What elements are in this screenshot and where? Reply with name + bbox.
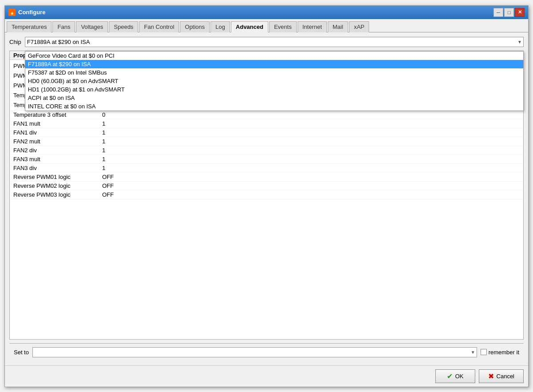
prop-value-reverse-pwm02: OFF: [99, 182, 117, 190]
prop-value-temp3-offset: 0: [99, 111, 109, 119]
dropdown-item-f75387[interactable]: F75387 at $2D on Intel SMBus: [25, 68, 523, 77]
dropdown-item-f71889a[interactable]: F71889A at $290 on ISA: [25, 60, 523, 68]
button-bar: ✔ OK ✖ Cancel: [5, 365, 528, 387]
window-title: Configure: [18, 9, 45, 16]
chip-row: Chip F71889A at $290 on ISA ▼ GeForce Vi…: [9, 37, 524, 47]
cancel-label: Cancel: [497, 373, 514, 380]
ok-button[interactable]: ✔ OK: [435, 369, 475, 383]
tab-fans[interactable]: Fans: [52, 21, 75, 32]
prop-value-reverse-pwm03: OFF: [99, 190, 117, 199]
prop-name-fan1-div: FAN1 div: [10, 128, 99, 137]
title-bar-left: 🔥 Configure: [8, 9, 45, 16]
chip-select-wrapper: F71889A at $290 on ISA ▼ GeForce Video C…: [25, 37, 524, 47]
tab-xap[interactable]: xAP: [349, 21, 370, 32]
ok-label: OK: [455, 373, 464, 380]
chip-label: Chip: [9, 39, 21, 45]
set-to-wrapper: ▼: [32, 347, 477, 357]
list-item[interactable]: FAN2 div 1: [10, 146, 523, 155]
tab-mail[interactable]: Mail: [328, 21, 348, 32]
prop-name-fan3-mult: FAN3 mult: [10, 155, 99, 163]
app-icon: 🔥: [8, 9, 16, 16]
set-to-input[interactable]: [32, 347, 477, 357]
prop-value-fan2-mult: 1: [99, 137, 109, 146]
tab-temperatures[interactable]: Temperatures: [7, 21, 52, 32]
prop-name-reverse-pwm01: Reverse PWM01 logic: [10, 173, 99, 181]
set-to-bar: Set to ▼ remember it: [9, 343, 524, 361]
chip-dropdown[interactable]: GeForce Video Card at $0 on PCI F71889A …: [25, 51, 524, 111]
prop-value-fan1-mult: 1: [99, 119, 109, 128]
remember-checkbox[interactable]: [481, 349, 487, 355]
tab-events[interactable]: Events: [269, 21, 297, 32]
chip-select[interactable]: F71889A at $290 on ISA: [25, 37, 524, 47]
tab-speeds[interactable]: Speeds: [109, 21, 138, 32]
prop-value-fan3-mult: 1: [99, 155, 109, 163]
list-item[interactable]: FAN3 div 1: [10, 164, 523, 173]
minimize-button[interactable]: ─: [493, 8, 503, 17]
list-item[interactable]: FAN1 mult 1: [10, 119, 523, 128]
prop-name-temp3-offset: Temperature 3 offset: [10, 111, 99, 119]
list-item[interactable]: FAN1 div 1: [10, 128, 523, 137]
cancel-icon: ✖: [488, 372, 494, 380]
prop-name-reverse-pwm02: Reverse PWM02 logic: [10, 182, 99, 190]
list-item[interactable]: FAN2 mult 1: [10, 137, 523, 146]
prop-name-fan2-div: FAN2 div: [10, 146, 99, 154]
dropdown-item-acpi[interactable]: ACPI at $0 on ISA: [25, 94, 523, 102]
list-item[interactable]: Temperature 3 offset 0: [10, 111, 523, 119]
tabs-bar: Temperatures Fans Voltages Speeds Fan Co…: [5, 19, 528, 32]
dropdown-item-hd1[interactable]: HD1 (1000.2GB) at $1 on AdvSMART: [25, 85, 523, 94]
cancel-button[interactable]: ✖ Cancel: [479, 369, 524, 383]
close-button[interactable]: ✕: [515, 8, 525, 17]
prop-value-reverse-pwm01: OFF: [99, 173, 117, 181]
ok-icon: ✔: [447, 372, 453, 380]
prop-name-fan1-mult: FAN1 mult: [10, 119, 99, 128]
maximize-button[interactable]: □: [504, 8, 514, 17]
remember-label: remember it: [489, 349, 519, 356]
list-item[interactable]: Reverse PWM03 logic OFF: [10, 190, 523, 199]
tab-internet[interactable]: Internet: [298, 21, 327, 32]
tab-fan-control[interactable]: Fan Control: [139, 21, 179, 32]
configure-window: 🔥 Configure ─ □ ✕ Temperatures Fans Volt…: [4, 5, 529, 387]
content-area: Chip F71889A at $290 on ISA ▼ GeForce Vi…: [5, 32, 528, 365]
tab-voltages[interactable]: Voltages: [76, 21, 108, 32]
tab-options[interactable]: Options: [180, 21, 210, 32]
list-item[interactable]: FAN3 mult 1: [10, 155, 523, 164]
list-item[interactable]: Reverse PWM02 logic OFF: [10, 182, 523, 190]
prop-name-fan2-mult: FAN2 mult: [10, 137, 99, 146]
prop-value-fan3-div: 1: [99, 164, 109, 172]
remember-wrapper: remember it: [481, 349, 519, 356]
dropdown-item-intel-core[interactable]: INTEL CORE at $0 on ISA: [25, 102, 523, 111]
tab-log[interactable]: Log: [211, 21, 230, 32]
list-item[interactable]: Reverse PWM01 logic OFF: [10, 173, 523, 182]
set-to-label: Set to: [14, 349, 29, 356]
dropdown-item-hd0[interactable]: HD0 (60.0GB) at $0 on AdvSMART: [25, 77, 523, 85]
title-bar: 🔥 Configure ─ □ ✕: [5, 6, 528, 19]
tab-advanced[interactable]: Advanced: [231, 21, 268, 32]
prop-name-fan3-div: FAN3 div: [10, 164, 99, 172]
prop-value-fan1-div: 1: [99, 128, 109, 137]
prop-name-reverse-pwm03: Reverse PWM03 logic: [10, 190, 99, 199]
prop-value-fan2-div: 1: [99, 146, 109, 154]
title-bar-controls: ─ □ ✕: [493, 8, 525, 17]
dropdown-item-geforce[interactable]: GeForce Video Card at $0 on PCI: [25, 51, 523, 60]
